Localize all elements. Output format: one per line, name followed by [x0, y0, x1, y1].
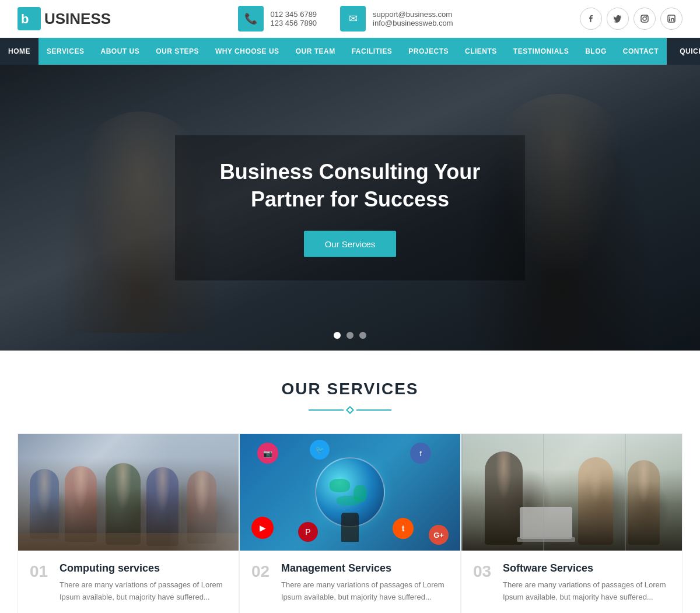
- email-contact: ✉ support@business.com info@businessweb.…: [340, 6, 453, 31]
- top-bar: b USINESS 📞 012 345 6789 123 456 7890 ✉ …: [0, 0, 700, 38]
- nav-home[interactable]: HOME: [0, 38, 38, 65]
- meeting-image: [18, 434, 239, 551]
- email-icon: ✉: [340, 6, 366, 31]
- service-1-number: 01: [30, 562, 50, 581]
- service-3-desc: There are many variations of passages of…: [503, 579, 670, 604]
- nav-items: HOME SERVICES ABOUT US OUR STEPS WHY CHO…: [0, 38, 667, 65]
- service-2-title: Management Services: [281, 562, 449, 575]
- service-3-text: Software Services There are many variati…: [503, 562, 670, 604]
- contact-info: 📞 012 345 6789 123 456 7890 ✉ support@bu…: [238, 6, 453, 31]
- phone-contact: 📞 012 345 6789 123 456 7890: [238, 6, 317, 31]
- service-1-desc: There are many variations of passages of…: [60, 579, 227, 604]
- bubble-youtube: ▶: [251, 517, 274, 539]
- service-card-2: 📷 🐦 f ▶ P t G+ 02 Management Services Th…: [239, 433, 461, 613]
- twitter-icon[interactable]: [607, 8, 629, 30]
- nav-steps[interactable]: OUR STEPS: [148, 38, 207, 65]
- svg-text:b: b: [21, 12, 29, 26]
- nav-clients[interactable]: CLIENTS: [457, 38, 505, 65]
- service-3-number: 03: [473, 562, 494, 581]
- bubble-instagram: 📷: [257, 443, 278, 464]
- logo-icon: b: [18, 7, 41, 30]
- divider-line-right: [356, 409, 391, 411]
- logo[interactable]: b USINESS: [18, 7, 111, 30]
- svg-rect-7: [669, 19, 670, 22]
- phone2: 123 456 7890: [271, 19, 317, 27]
- hero-dots: [334, 332, 366, 339]
- bubble-google: G+: [429, 525, 449, 545]
- email2: info@businessweb.com: [373, 19, 453, 27]
- bubble-reddit: t: [393, 518, 414, 539]
- service-3-title: Software Services: [503, 562, 670, 575]
- bubble-twitter: 🐦: [310, 440, 330, 460]
- nav-contact[interactable]: CONTACT: [615, 38, 667, 65]
- svg-point-4: [646, 16, 647, 17]
- social-image: 📷 🐦 f ▶ P t G+: [240, 434, 460, 551]
- service-1-text: Computing services There are many variat…: [60, 562, 227, 604]
- hero-cta-button[interactable]: Our Services: [304, 230, 397, 257]
- svg-point-6: [669, 17, 670, 18]
- nav-services[interactable]: SERVICES: [38, 38, 92, 65]
- linkedin-icon[interactable]: [660, 8, 682, 30]
- nav-about[interactable]: ABOUT US: [92, 38, 148, 65]
- service-2-number: 02: [251, 562, 272, 581]
- svg-point-3: [643, 17, 646, 20]
- nav-blog[interactable]: BLOG: [577, 38, 615, 65]
- instagram-icon[interactable]: [634, 8, 656, 30]
- hero-dot-2[interactable]: [346, 332, 354, 339]
- email-text: support@business.com info@businessweb.co…: [373, 10, 453, 27]
- phone1: 012 345 6789: [271, 10, 317, 19]
- bubble-facebook: f: [410, 443, 431, 464]
- quick-inquiry-button[interactable]: QUICK INQUIRY: [667, 38, 700, 65]
- phone-text: 012 345 6789 123 456 7890: [271, 10, 317, 27]
- service-card-1-body: 01 Computing services There are many var…: [18, 551, 239, 613]
- service-card-2-body: 02 Management Services There are many va…: [240, 551, 460, 613]
- service-2-desc: There are many variations of passages of…: [281, 579, 449, 604]
- service-card-1-image: [18, 434, 239, 551]
- services-section: OUR SERVICES: [0, 351, 700, 613]
- hero-dot-3[interactable]: [359, 332, 366, 339]
- nav-choose[interactable]: WHY CHOOSE US: [207, 38, 288, 65]
- service-1-title: Computing services: [60, 562, 227, 575]
- nav-testimonials[interactable]: TESTIMONIALS: [505, 38, 577, 65]
- facebook-icon[interactable]: [580, 8, 602, 30]
- nav-team[interactable]: OUR TEAM: [288, 38, 344, 65]
- hero-section: Business Consulting Your Partner for Suc…: [0, 65, 700, 351]
- divider-line-left: [309, 409, 344, 411]
- business-image: [461, 434, 682, 551]
- center-person: [341, 513, 359, 542]
- services-title: OUR SERVICES: [18, 380, 682, 398]
- section-divider: [18, 407, 682, 413]
- service-card-2-image: 📷 🐦 f ▶ P t G+: [240, 434, 460, 551]
- nav-facilities[interactable]: FACILITIES: [344, 38, 401, 65]
- service-card-1: 01 Computing services There are many var…: [18, 433, 239, 613]
- logo-text: USINESS: [44, 10, 111, 28]
- service-cards: 01 Computing services There are many var…: [18, 433, 682, 613]
- nav-projects[interactable]: PROJECTS: [400, 38, 457, 65]
- service-card-3-image: [461, 434, 682, 551]
- hero-title: Business Consulting Your Partner for Suc…: [210, 159, 490, 213]
- service-2-text: Management Services There are many varia…: [281, 562, 449, 604]
- hero-content: Business Consulting Your Partner for Suc…: [175, 135, 525, 281]
- phone-icon: 📞: [238, 6, 264, 31]
- navigation: HOME SERVICES ABOUT US OUR STEPS WHY CHO…: [0, 38, 700, 65]
- email1: support@business.com: [373, 10, 453, 19]
- social-icons: [580, 8, 682, 30]
- hero-dot-1[interactable]: [334, 332, 341, 339]
- bubble-pinterest: P: [298, 522, 318, 542]
- divider-diamond: [346, 406, 354, 414]
- service-card-3-body: 03 Software Services There are many vari…: [461, 551, 682, 613]
- service-card-3: 03 Software Services There are many vari…: [461, 433, 682, 613]
